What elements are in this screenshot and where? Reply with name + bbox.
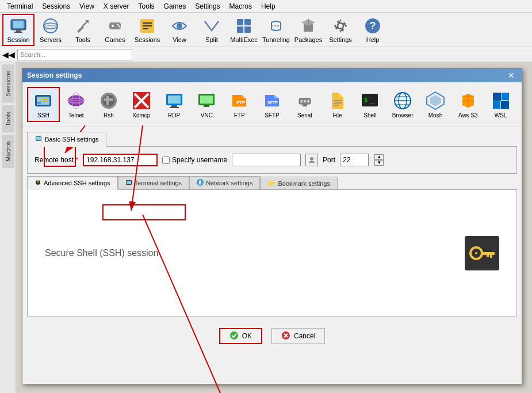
- dialog-close-button[interactable]: ✕: [506, 71, 517, 80]
- toolbar-packages[interactable]: Packages: [292, 14, 324, 46]
- session-description-text: Secure Shell (SSH) session: [45, 248, 158, 258]
- cancel-icon: [281, 331, 290, 342]
- toolbar-help[interactable]: ? Help: [357, 14, 389, 46]
- tab-terminal-label: Terminal settings: [135, 180, 182, 186]
- menu-macros[interactable]: Macros: [225, 1, 257, 12]
- menu-terminal[interactable]: Terminal: [2, 1, 37, 12]
- protocol-shell[interactable]: $ _ Shell: [354, 87, 386, 122]
- protocol-rdp[interactable]: RDP: [158, 87, 190, 122]
- sidebar-tab-macros[interactable]: Macros: [2, 135, 14, 168]
- toolbar-view[interactable]: View: [163, 14, 196, 46]
- port-up-button[interactable]: ▲: [374, 154, 384, 160]
- svg-rect-18: [237, 19, 243, 25]
- port-input[interactable]: [340, 154, 369, 166]
- protocol-file[interactable]: File: [321, 87, 354, 122]
- toolbar-multiexec[interactable]: MultiExec: [228, 14, 260, 46]
- specify-username-label[interactable]: Specify username: [162, 156, 227, 164]
- dialog-buttons: OK Cancel: [22, 321, 522, 351]
- svg-rect-16: [143, 28, 148, 29]
- svg-rect-81: [37, 180, 39, 182]
- remote-host-input[interactable]: [83, 154, 158, 166]
- svg-point-57: [304, 100, 306, 102]
- protocol-sftp[interactable]: SFTP SFTP: [256, 87, 289, 122]
- basic-ssh-tab-section: Basic SSH settings Remote host * Specify…: [27, 132, 517, 174]
- tab-advanced-ssh-label: Advanced SSH settings: [44, 180, 110, 186]
- svg-point-79: [310, 157, 313, 161]
- toolbar-session[interactable]: Session: [2, 14, 35, 46]
- toolbar-servers[interactable]: Servers: [35, 14, 67, 46]
- protocol-xdmcp[interactable]: Xdmcp: [125, 87, 158, 122]
- main-area: Sessions Tools Macros Session settings ✕: [0, 62, 532, 393]
- svg-rect-1: [13, 21, 24, 28]
- menubar: Terminal Sessions View X server Tools Ga…: [0, 0, 532, 13]
- menu-view[interactable]: View: [75, 1, 99, 12]
- content-area: Session settings ✕ SSH: [16, 62, 532, 393]
- svg-point-26: [338, 23, 343, 29]
- protocol-mosh[interactable]: Mosh: [419, 87, 452, 122]
- lower-tab-content: Secure Shell (SSH) session: [27, 190, 517, 316]
- toolbar-multiexec-label: MultiExec: [230, 36, 258, 43]
- svg-rect-14: [143, 22, 152, 24]
- toolbar-games[interactable]: Games: [99, 14, 131, 46]
- searchbar: ◀◀: [0, 47, 532, 62]
- tab-terminal[interactable]: Terminal settings: [118, 176, 190, 189]
- menu-games[interactable]: Games: [159, 1, 191, 12]
- protocol-rsh[interactable]: Rsh: [93, 87, 125, 122]
- menu-tools[interactable]: Tools: [134, 1, 159, 12]
- nav-back[interactable]: ◀◀: [2, 50, 15, 59]
- protocol-vnc[interactable]: VNC: [190, 87, 223, 122]
- mosh-icon: [425, 90, 446, 111]
- cancel-button[interactable]: Cancel: [271, 328, 325, 344]
- sidebar-tab-sessions[interactable]: Sessions: [2, 64, 14, 103]
- protocol-serial[interactable]: Serial: [288, 87, 321, 122]
- toolbar-tools[interactable]: Tools: [67, 14, 99, 46]
- protocol-xdmcp-label: Xdmcp: [132, 112, 150, 119]
- port-down-button[interactable]: ▼: [374, 160, 384, 166]
- rdp-icon: [164, 90, 185, 111]
- toolbar-servers-label: Servers: [40, 36, 62, 43]
- basic-settings-row: Remote host * Specify username: [35, 154, 510, 166]
- multiexec-icon: [235, 17, 253, 35]
- protocol-wsl[interactable]: WSL: [484, 87, 517, 122]
- specify-username-checkbox[interactable]: [162, 157, 170, 164]
- session-icon: [9, 17, 28, 35]
- basic-ssh-tab[interactable]: Basic SSH settings: [27, 132, 106, 147]
- terminal-tab-icon: [125, 179, 132, 187]
- dialog-title-bar: Session settings ✕: [22, 68, 522, 82]
- help-icon: ?: [363, 17, 382, 35]
- menu-help[interactable]: Help: [257, 1, 280, 12]
- protocol-ftp[interactable]: FTP FTP: [223, 87, 256, 122]
- svg-rect-89: [487, 254, 489, 257]
- protocol-rsh-label: Rsh: [104, 112, 114, 119]
- tab-advanced-ssh[interactable]: Advanced SSH settings: [27, 176, 118, 190]
- file-icon: [327, 90, 348, 111]
- toolbar-tools-label: Tools: [75, 36, 90, 43]
- svg-rect-15: [143, 25, 152, 26]
- basic-ssh-tab-icon: [35, 135, 43, 144]
- svg-rect-76: [501, 101, 509, 109]
- toolbar-settings[interactable]: Settings: [324, 14, 357, 46]
- protocol-telnet[interactable]: Telnet: [60, 87, 93, 122]
- ok-button[interactable]: OK: [219, 328, 262, 344]
- toolbar-tunneling[interactable]: Tunneling: [260, 14, 292, 46]
- toolbar-split[interactable]: Split: [196, 14, 228, 46]
- username-input[interactable]: [232, 154, 301, 166]
- protocol-browser[interactable]: Browser: [386, 87, 419, 122]
- menu-xserver[interactable]: X server: [99, 1, 134, 12]
- servers-icon: [41, 17, 60, 35]
- toolbar-sessions2[interactable]: Sessions: [131, 14, 163, 46]
- username-picker-button[interactable]: [305, 154, 318, 166]
- sidebar-tab-tools[interactable]: Tools: [2, 105, 14, 133]
- menu-sessions[interactable]: Sessions: [37, 1, 75, 12]
- protocol-rdp-label: RDP: [168, 112, 180, 119]
- search-input[interactable]: [17, 49, 132, 60]
- svg-rect-83: [127, 181, 131, 184]
- menu-settings[interactable]: Settings: [190, 1, 224, 12]
- tab-bookmark[interactable]: ⭐ Bookmark settings: [260, 177, 337, 189]
- protocol-ssh[interactable]: SSH: [27, 87, 60, 122]
- svg-rect-20: [237, 26, 243, 33]
- tab-network[interactable]: Network settings: [189, 176, 260, 189]
- toolbar: Session Servers Tools Games Sessions Vie…: [0, 13, 532, 47]
- lower-tab-header: Advanced SSH settings Terminal settings: [27, 176, 517, 190]
- protocol-awss3[interactable]: Aws S3: [451, 87, 484, 122]
